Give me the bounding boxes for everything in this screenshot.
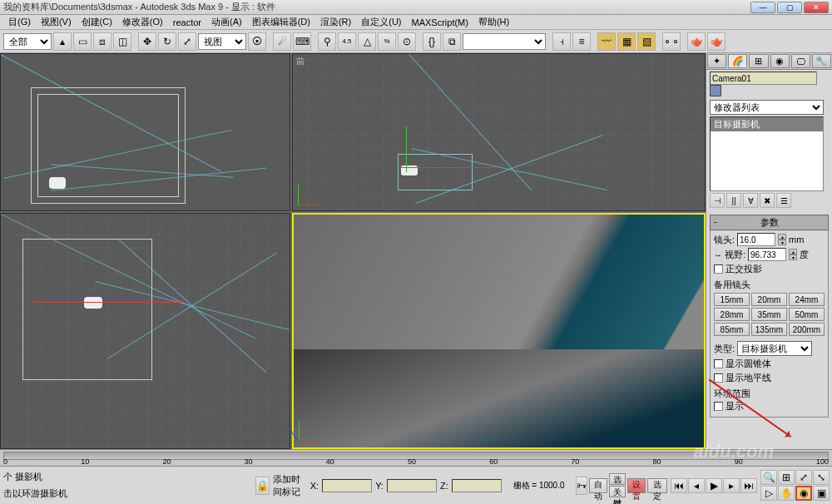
menu-item[interactable]: 动画(A) [206,16,247,28]
key-filters-button[interactable]: 关键点过滤 [609,486,626,497]
object-name-field[interactable] [710,72,817,85]
spinner-buttons[interactable]: ▴▾ [789,249,797,260]
align-icon[interactable]: ⫞ [552,32,571,51]
key-mode-icon[interactable]: 🗝 [576,477,587,495]
zoom-all-icon[interactable]: ⊞ [778,470,795,485]
select-icon[interactable]: ▴ [53,32,72,51]
menu-item[interactable]: 图表编辑器(D) [247,16,315,28]
rollout-header-params[interactable]: - 参数 [710,215,829,230]
modifier-stack[interactable]: 目标摄影机 [710,116,824,191]
schematic-icon[interactable]: ▧ [637,32,656,51]
minimize-button[interactable]: — [750,2,775,13]
show-cone-checkbox[interactable] [714,359,723,368]
selection-filter-dropdown[interactable]: 全部 [3,33,52,50]
y-coord-field[interactable] [387,479,437,492]
select-scale-icon[interactable]: ⤢ [178,32,196,51]
prev-frame-icon[interactable]: ◂ [688,478,705,493]
viewport-front[interactable]: 前 [292,53,706,211]
z-coord-field[interactable] [452,479,502,492]
menu-item[interactable]: 自定义(U) [356,16,406,28]
menu-item[interactable]: 修改器(O) [117,16,168,28]
mirror-icon[interactable]: ⧉ [443,32,461,51]
material-editor-icon[interactable]: ⚬⚬ [662,32,681,51]
remove-mod-icon[interactable]: ✖ [760,193,775,208]
fov-spinner[interactable] [748,248,786,261]
render-scene-icon[interactable]: 🫖 [687,32,706,51]
close-button[interactable]: ✕ [804,2,829,13]
play-icon[interactable]: ▶ [706,478,722,493]
lens-preset-button[interactable]: 200mm [789,323,825,336]
lens-preset-button[interactable]: 20mm [751,293,787,306]
camera-gizmo[interactable] [49,177,66,189]
menu-item[interactable]: 创建(C) [77,16,117,28]
spinner-snap-icon[interactable]: % [378,32,396,51]
auto-key-button[interactable]: 自动关键点 [589,478,607,493]
named-selection-icon[interactable]: {} [423,32,441,51]
display-tab-icon[interactable]: 🖵 [791,54,810,68]
lock-selection-icon[interactable]: 🔒 [255,477,270,495]
viewport-top[interactable] [0,53,290,211]
camera-type-dropdown[interactable]: 目标摄影机 [737,341,812,356]
utilities-tab-icon[interactable]: 🔧 [812,54,831,68]
lens-preset-button[interactable]: 24mm [789,293,825,306]
layers-icon[interactable]: ≡ [572,32,591,51]
modify-tab-icon[interactable]: 🌈 [728,54,747,68]
menu-item[interactable]: 渲染(R) [315,16,356,28]
zoom-extents-all-icon[interactable]: ⤡ [813,470,830,485]
maximize-viewport-icon[interactable]: ▣ [813,486,830,501]
pivot-icon[interactable]: ⦿ [248,32,266,51]
quick-render-icon[interactable]: 🫖 [707,32,726,51]
zoom-icon[interactable]: 🔍 [760,470,777,485]
reference-coord-dropdown[interactable]: 视图 [198,33,246,50]
dope-sheet-icon[interactable]: ▦ [617,32,636,51]
modifier-list-dropdown[interactable]: 修改器列表 [710,100,824,115]
camera-gizmo[interactable] [84,297,102,309]
lens-preset-button[interactable]: 28mm [714,308,750,321]
goto-start-icon[interactable]: ⏮ [671,478,687,493]
select-rotate-icon[interactable]: ↻ [158,32,176,51]
show-end-icon[interactable]: || [726,193,741,208]
menu-item[interactable]: MAXScript(M) [407,17,473,27]
curve-editor-icon[interactable]: 〰 [597,32,616,51]
next-frame-icon[interactable]: ▸ [723,478,740,493]
create-tab-icon[interactable]: ✦ [707,54,726,68]
ortho-checkbox[interactable] [714,264,723,274]
selected-keys-button[interactable]: 选定对关键点 [609,473,626,485]
lens-preset-button[interactable]: 50mm [789,308,825,321]
magnet-icon[interactable]: ⊙ [398,32,416,51]
make-unique-icon[interactable]: ∀ [743,193,758,208]
hierarchy-tab-icon[interactable]: ⊞ [749,54,768,68]
viewport-left[interactable] [0,213,290,449]
modifier-stack-item[interactable]: 目标摄影机 [711,117,823,131]
zoom-extents-icon[interactable]: ⤢ [795,470,812,485]
pin-stack-icon[interactable]: ⊣ [710,193,725,208]
select-manipulate-icon[interactable]: ☄ [273,32,291,51]
key-selected-dropdown[interactable]: 选定对关键点 [647,478,667,493]
spinner-buttons[interactable]: ▴▾ [778,234,786,245]
named-sets-dropdown[interactable] [463,33,546,50]
show-horizon-checkbox[interactable] [714,373,723,383]
lens-preset-button[interactable]: 135mm [751,323,787,336]
lens-preset-button[interactable]: 35mm [751,308,787,321]
select-crossing-icon[interactable]: ◫ [113,32,131,51]
select-region-icon[interactable]: ▭ [73,32,92,51]
show-env-checkbox[interactable] [714,402,723,411]
maximize-button[interactable]: ▢ [777,2,802,13]
time-slider[interactable]: 0 10 20 30 40 50 60 70 80 90 100 [0,449,832,466]
lens-preset-button[interactable]: 85mm [714,323,750,336]
goto-end-icon[interactable]: ⏭ [740,478,757,493]
viewport-camera[interactable]: Camera01 [292,213,706,449]
lens-preset-button[interactable]: 15mm [714,293,750,306]
keyboard-shortcut-icon[interactable]: ⌨ [293,32,311,51]
select-window-icon[interactable]: ⧈ [93,32,111,51]
select-move-icon[interactable]: ✥ [138,32,156,51]
set-key-button[interactable]: 设置关键点 [627,478,646,493]
pan-icon[interactable]: ✋ [778,486,795,501]
menu-item[interactable]: 视图(V) [36,16,77,28]
snap-2d-icon[interactable]: ⚲ [318,32,336,51]
motion-tab-icon[interactable]: ◉ [770,54,790,68]
time-tag-label[interactable]: 添加时间标记 [273,473,307,498]
orbit-camera-icon[interactable]: ◉ [795,486,812,501]
snap-angle-icon[interactable]: 4.5 [338,32,356,51]
menu-item[interactable]: 目(G) [3,16,36,28]
